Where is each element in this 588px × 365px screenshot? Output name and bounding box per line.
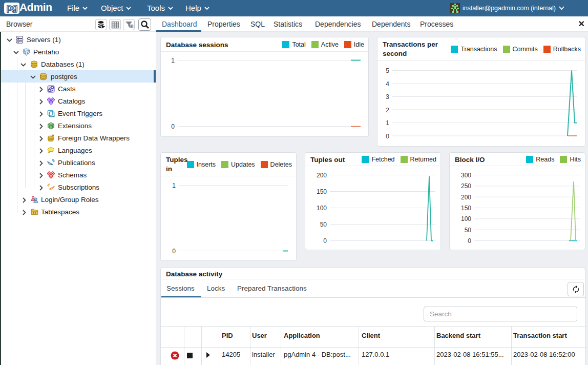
svg-text:0: 0 [172, 248, 176, 255]
svg-text:0: 0 [171, 123, 175, 130]
svg-text:4: 4 [386, 80, 389, 88]
svg-text:200: 200 [317, 172, 327, 179]
svg-text:150: 150 [461, 205, 471, 212]
svg-text:3: 3 [386, 93, 389, 100]
svg-text:2: 2 [386, 107, 389, 114]
svg-text:0: 0 [468, 237, 471, 245]
svg-text:50: 50 [320, 221, 327, 228]
svg-text:300: 300 [461, 172, 471, 179]
svg-text:0: 0 [386, 133, 389, 140]
svg-text:0: 0 [323, 237, 327, 245]
svg-text:1: 1 [172, 182, 176, 189]
svg-text:1: 1 [171, 57, 175, 64]
svg-text:50: 50 [465, 227, 472, 234]
svg-text:1: 1 [386, 119, 389, 127]
svg-text:100: 100 [317, 205, 327, 212]
svg-text:200: 200 [461, 194, 471, 201]
svg-text:5: 5 [386, 67, 389, 74]
svg-text:100: 100 [461, 215, 471, 222]
svg-text:250: 250 [461, 182, 471, 190]
svg-text:150: 150 [317, 188, 327, 195]
